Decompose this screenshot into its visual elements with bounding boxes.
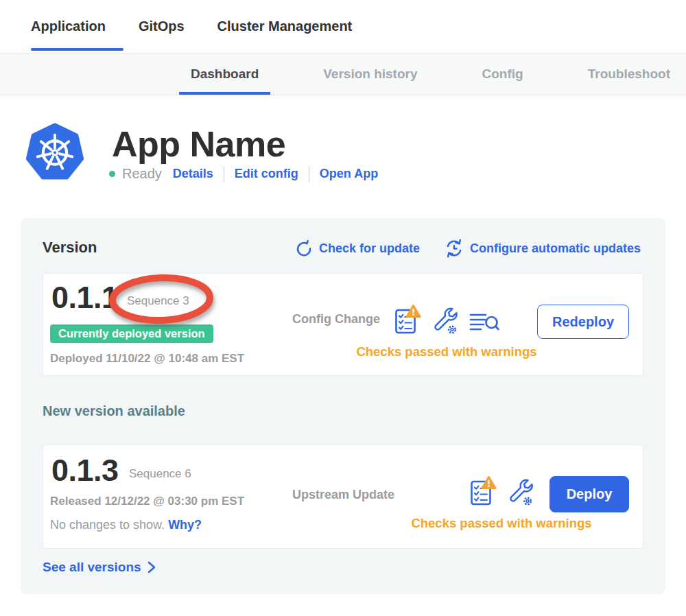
app-sub-nav: Dashboard Version history Config Trouble… [0, 53, 686, 95]
new-version-heading: New version available [43, 403, 185, 419]
check-for-update-button[interactable]: Check for update [295, 239, 420, 257]
current-sequence-label: Sequence 3 [127, 294, 189, 308]
check-for-update-label: Check for update [319, 241, 420, 256]
version-source-label: Upstream Update [292, 488, 394, 502]
version-panel: Version Check for update Configure autom… [21, 218, 665, 594]
page-title: App Name [112, 126, 285, 162]
deploy-button[interactable]: Deploy [549, 476, 629, 512]
auto-update-clock-icon [445, 239, 464, 258]
config-wrench-gear-icon[interactable] [431, 307, 459, 335]
configure-automatic-updates-button[interactable]: Configure automatic updates [445, 239, 641, 258]
available-version-card: 0.1.3 Sequence 6 Released 12/12/22 @ 03:… [43, 445, 643, 549]
available-status-icons [469, 475, 534, 507]
checks-status-text: Checks passed with warnings [411, 516, 591, 531]
view-diff-magnifier-icon[interactable] [469, 311, 499, 335]
current-version-card: 0.1.1 Sequence 3 Currently deployed vers… [43, 273, 643, 376]
current-version-number: 0.1.1 [51, 282, 119, 313]
details-link[interactable]: Details [173, 167, 213, 181]
no-changes-text: No changes to show. [50, 518, 165, 532]
version-panel-title: Version [43, 239, 97, 257]
see-all-versions-link[interactable]: See all versions [43, 560, 156, 575]
preflight-checklist-warning-icon[interactable] [469, 475, 497, 507]
edit-config-link[interactable]: Edit config [235, 167, 298, 181]
status-badge: Ready [122, 166, 162, 182]
current-checks-column: Checks passed with warnings [351, 304, 543, 359]
no-changes-row: No changes to show. Why? [50, 518, 202, 532]
configure-automatic-updates-label: Configure automatic updates [470, 241, 641, 256]
divider [224, 167, 224, 182]
currently-deployed-badge: Currently deployed version [50, 324, 213, 343]
config-wrench-gear-icon[interactable] [507, 478, 534, 507]
primary-nav: Application GitOps Cluster Management [0, 0, 686, 53]
released-timestamp: Released 12/12/22 @ 03:30 pm EST [50, 495, 244, 508]
available-sequence-label: Sequence 6 [129, 467, 191, 481]
current-status-icons [394, 304, 499, 335]
tab-troubleshoot[interactable]: Troubleshoot [576, 54, 682, 95]
tab-cluster-management[interactable]: Cluster Management [217, 0, 353, 53]
tab-application[interactable]: Application [31, 0, 106, 53]
kubernetes-logo-icon [26, 123, 84, 182]
tab-version-history[interactable]: Version history [311, 54, 429, 95]
chevron-right-icon [147, 561, 156, 573]
redeploy-button[interactable]: Redeploy [537, 305, 629, 339]
tab-gitops[interactable]: GitOps [139, 0, 185, 53]
see-all-versions-label: See all versions [43, 560, 141, 575]
available-version-number: 0.1.3 [51, 455, 119, 486]
status-dot-icon [109, 171, 115, 177]
deployed-timestamp: Deployed 11/10/22 @ 10:48 am EST [50, 352, 244, 366]
tab-dashboard[interactable]: Dashboard [179, 54, 270, 95]
why-link[interactable]: Why? [168, 518, 202, 532]
open-app-link[interactable]: Open App [320, 167, 378, 181]
preflight-checklist-warning-icon[interactable] [394, 304, 421, 335]
divider [309, 167, 309, 182]
checks-status-text: Checks passed with warnings [356, 344, 536, 359]
version-panel-actions: Check for update Configure automatic upd… [295, 239, 641, 258]
refresh-icon [295, 239, 313, 257]
app-status-row: Ready Details Edit config Open App [109, 166, 378, 182]
tab-config[interactable]: Config [471, 54, 535, 95]
